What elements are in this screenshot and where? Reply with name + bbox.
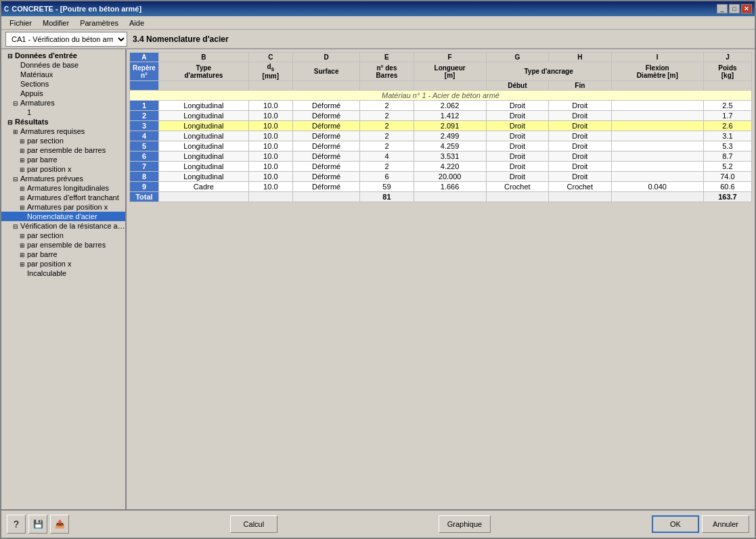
sidebar-item-appuis[interactable]: Appuis: [1, 89, 125, 98]
col-header-f: F: [414, 53, 486, 62]
table-cell: Droit: [549, 141, 611, 151]
table-cell: 7: [130, 162, 159, 172]
table-cell: Droit: [486, 151, 548, 162]
sidebar-item-verification[interactable]: ⊟Vérification de la résistance au f: [1, 221, 125, 231]
table-cell: Déformé: [292, 121, 360, 131]
table-cell: 4.259: [414, 141, 486, 151]
save-icon-button[interactable]: 💾: [28, 515, 47, 534]
table-cell: 10.0: [248, 141, 292, 151]
sidebar-item-resultats[interactable]: ⊟Résultats: [1, 117, 125, 126]
sidebar-item-arm-req-par-position[interactable]: ⊞par position x: [1, 164, 125, 174]
menu-fichier[interactable]: Fichier: [4, 18, 37, 28]
table-cell: 3.531: [414, 151, 486, 162]
table-body: Matériau n° 1 - Acier de béton armé 1Lon…: [130, 91, 752, 202]
table-cell: [611, 151, 703, 162]
title-bar-controls: _ □ ✕: [717, 4, 752, 14]
table-cell: 0.040: [611, 182, 703, 192]
col-subheader-type: Typed'armatures: [158, 62, 248, 81]
maximize-button[interactable]: □: [729, 4, 740, 14]
verification-selector[interactable]: CA1 - Vérification du béton armé: [5, 32, 127, 47]
sidebar-item-nomenclature-acier[interactable]: Nomenclature d'acier: [1, 212, 125, 221]
graphique-button[interactable]: Graphique: [439, 515, 491, 533]
sidebar-item-arm-req-par-barre[interactable]: ⊞par barre: [1, 155, 125, 164]
total-cell: [248, 192, 292, 202]
total-cell: 163.7: [703, 192, 751, 202]
sidebar-item-arm-par-position[interactable]: ⊞Armatures par position x: [1, 202, 125, 212]
table-cell: Déformé: [292, 131, 360, 141]
sidebar-item-arm-longitudinales[interactable]: ⊞Armatures longitudinales: [1, 183, 125, 193]
col-subheader-poids: Poids[kg]: [703, 62, 751, 81]
col-header-h: H: [549, 53, 611, 62]
sidebar-item-armatures-1[interactable]: 1: [1, 108, 125, 117]
table-cell: [611, 101, 703, 111]
sidebar-item-arm-req-par-section[interactable]: ⊞par section: [1, 136, 125, 145]
table-cell: 2: [360, 141, 414, 151]
sidebar-item-arm-requises[interactable]: ⊞Armatures requises: [1, 126, 125, 136]
table-row: 9Cadre10.0Déformé591.666CrochetCrochet0.…: [130, 182, 752, 192]
annuler-button[interactable]: Annuler: [702, 515, 749, 533]
sidebar-item-ver-par-position[interactable]: ⊞par position x: [1, 259, 125, 268]
sidebar-item-sections[interactable]: Sections: [1, 79, 125, 89]
table-cell: Crochet: [486, 182, 548, 192]
menu-aide[interactable]: Aide: [124, 18, 150, 28]
table-cell: 10.0: [248, 121, 292, 131]
sidebar-item-incalculable[interactable]: Incalculable: [1, 268, 125, 278]
calcul-button[interactable]: Calcul: [230, 515, 277, 533]
table-cell: 2.062: [414, 101, 486, 111]
table-cell: 60.6: [703, 182, 751, 192]
table-cell: 2: [360, 121, 414, 131]
bottom-bar: ? 💾 📤 Calcul Graphique OK Annuler: [1, 509, 755, 538]
table-cell: 1: [130, 101, 159, 111]
sidebar-item-arm-prevues[interactable]: ⊟Armatures prévues: [1, 174, 125, 183]
table-cell: 6: [360, 172, 414, 182]
table-cell: 2.091: [414, 121, 486, 131]
sidebar-item-donnees-entree[interactable]: ⊟Données d'entrée: [1, 51, 125, 60]
export-icon-button[interactable]: 📤: [50, 515, 69, 534]
title-bar: C CONCRETE - [Poutre en béton armé] _ □ …: [1, 1, 755, 16]
ok-button[interactable]: OK: [652, 515, 699, 533]
table-cell: 3.1: [703, 131, 751, 141]
material-label: Matériau n° 1 - Acier de béton armé: [130, 91, 752, 101]
menu-parametres[interactable]: Paramètres: [74, 18, 124, 28]
table-cell: Droit: [486, 131, 548, 141]
table-cell: [611, 111, 703, 121]
sidebar-item-arm-effort-tranchant[interactable]: ⊞Armatures d'effort tranchant: [1, 193, 125, 202]
close-button[interactable]: ✕: [741, 4, 752, 14]
col-subheader-repere: Repèren°: [130, 62, 159, 81]
table-cell: Droit: [486, 162, 548, 172]
table-cell: 1.7: [703, 111, 751, 121]
table-cell: 1.412: [414, 111, 486, 121]
help-icon-button[interactable]: ?: [7, 515, 26, 534]
sidebar-item-arm-req-par-ensemble[interactable]: ⊞par ensemble de barres: [1, 145, 125, 155]
table-cell: [611, 172, 703, 182]
sidebar-item-armatures[interactable]: ⊟Armatures: [1, 98, 125, 108]
table-cell: 1.666: [414, 182, 486, 192]
sidebar-item-materiaux[interactable]: Matériaux: [1, 70, 125, 79]
sidebar-item-donnees-base[interactable]: Données de base: [1, 60, 125, 70]
table-cell: [611, 131, 703, 141]
minimize-button[interactable]: _: [717, 4, 728, 14]
app-icon: C: [4, 5, 9, 13]
table-cell: [611, 121, 703, 131]
sidebar-item-ver-par-ensemble[interactable]: ⊞par ensemble de barres: [1, 240, 125, 250]
col-header-d: D: [292, 53, 360, 62]
total-cell: [292, 192, 360, 202]
table-cell: 5: [130, 141, 159, 151]
table-cell: Longitudinal: [158, 162, 248, 172]
sidebar-item-ver-par-barre[interactable]: ⊞par barre: [1, 250, 125, 259]
total-cell: [486, 192, 548, 202]
menu-modifier[interactable]: Modifier: [37, 18, 74, 28]
table-cell: 10.0: [248, 182, 292, 192]
content-area: A B C D E F G H I J Repèren° Typed'armat…: [127, 49, 755, 509]
sidebar-item-ver-par-section[interactable]: ⊞par section: [1, 231, 125, 240]
col-subheader-e2: [360, 81, 414, 91]
table-cell: Longitudinal: [158, 131, 248, 141]
col-header-g: G: [486, 53, 548, 62]
col-subheader-j2: [703, 81, 751, 91]
table-cell: 10.0: [248, 162, 292, 172]
col-header-a: A: [130, 53, 159, 62]
table-cell: 9: [130, 182, 159, 192]
table-cell: 3: [130, 121, 159, 131]
table-cell: 59: [360, 182, 414, 192]
selector-bar: CA1 - Vérification du béton armé 3.4 Nom…: [1, 30, 755, 49]
